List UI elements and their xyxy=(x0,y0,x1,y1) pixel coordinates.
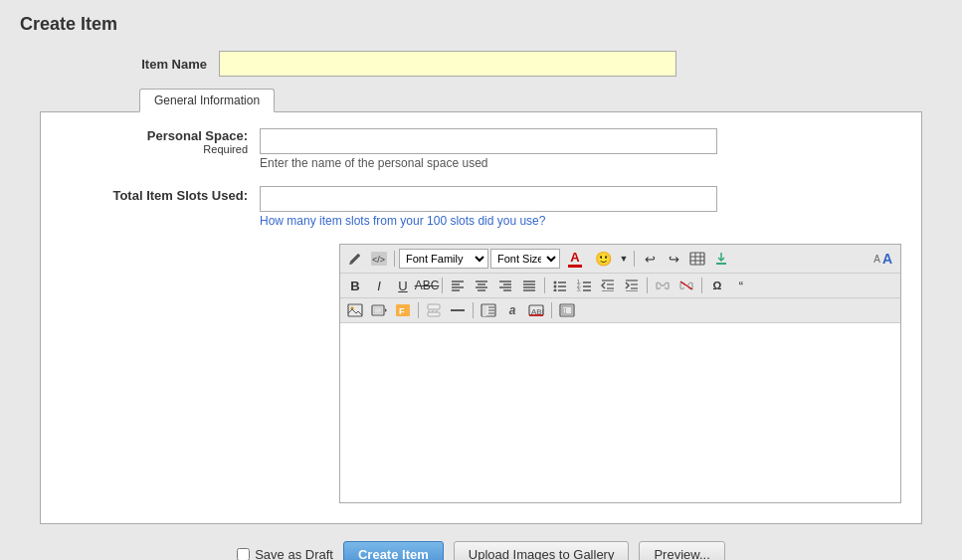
save-draft-text: Save as Draft xyxy=(255,547,333,560)
redo-btn[interactable]: ↪ xyxy=(663,249,684,269)
sep7 xyxy=(418,302,419,318)
bold-btn[interactable]: B xyxy=(344,276,366,295)
rte-source-btn[interactable]: </> xyxy=(368,249,390,269)
undo-btn[interactable]: ↩ xyxy=(639,249,661,269)
svg-rect-49 xyxy=(374,307,382,313)
iframe-btn[interactable]: [] xyxy=(556,300,578,320)
svg-rect-54 xyxy=(428,312,440,316)
personal-space-label-stack: Personal Space: Required xyxy=(61,128,260,155)
emoji-btn[interactable]: 🙂 xyxy=(590,249,616,269)
hr-btn[interactable] xyxy=(447,300,469,320)
total-slots-input[interactable] xyxy=(260,186,717,212)
align-center-btn[interactable] xyxy=(471,276,492,295)
save-content-btn[interactable] xyxy=(710,249,732,269)
link-btn[interactable] xyxy=(652,276,673,295)
upload-images-button[interactable]: Upload Images to Gallery xyxy=(454,541,630,560)
svg-rect-45 xyxy=(348,304,362,316)
item-name-input[interactable] xyxy=(219,51,676,77)
personal-space-input[interactable] xyxy=(260,128,717,154)
personal-space-label: Personal Space: xyxy=(147,128,248,143)
sep1 xyxy=(394,251,395,267)
total-slots-input-group: How many item slots from your 100 slots … xyxy=(260,186,717,228)
sep3 xyxy=(442,278,443,293)
sep5 xyxy=(647,278,648,293)
svg-text:3.: 3. xyxy=(577,286,581,291)
font-color-btn[interactable]: A xyxy=(562,248,588,270)
rte-edit-btn[interactable] xyxy=(344,249,366,269)
personal-space-required: Required xyxy=(203,143,248,155)
bullet-list-btn[interactable] xyxy=(549,276,571,295)
emoji-icon: 🙂 xyxy=(595,251,612,267)
abbreviation-btn[interactable]: ABC xyxy=(525,300,547,320)
font-color-bar xyxy=(568,265,582,268)
insert-media-btn[interactable] xyxy=(368,300,390,320)
page-break-btn[interactable] xyxy=(423,300,445,320)
rte-toolbar-row1: </> Font Family Arial Times New Roman Co… xyxy=(340,245,900,274)
rte-toolbar-row2: B I U ABC xyxy=(340,274,900,298)
redo-icon: ↪ xyxy=(669,252,679,267)
svg-text:[]: [] xyxy=(563,307,567,313)
svg-text:F: F xyxy=(399,306,405,316)
blockquote-btn[interactable]: “ xyxy=(730,276,752,295)
dropdown-arrow-icon: ▼ xyxy=(620,254,629,264)
item-name-row: Item Name xyxy=(20,51,942,77)
rte-content-area[interactable] xyxy=(340,323,900,502)
item-name-label: Item Name xyxy=(20,57,219,72)
table-btn[interactable] xyxy=(686,249,708,269)
special-chars-btn[interactable]: Ω xyxy=(706,276,728,295)
undo-icon: ↩ xyxy=(645,252,656,267)
underline-btn[interactable]: U xyxy=(392,276,414,295)
svg-text:</>: </> xyxy=(372,255,385,265)
svg-point-24 xyxy=(554,285,557,288)
page-title: Create Item xyxy=(20,10,942,35)
strikethrough-btn[interactable]: ABC xyxy=(416,276,438,295)
sep9 xyxy=(551,302,552,318)
rte-row: </> Font Family Arial Times New Roman Co… xyxy=(61,244,901,503)
sep4 xyxy=(544,278,545,293)
create-item-button[interactable]: Create Item xyxy=(343,541,444,560)
sep6 xyxy=(701,278,702,293)
font-size-small-indicator: A xyxy=(873,254,880,265)
rich-text-editor: </> Font Family Arial Times New Roman Co… xyxy=(339,244,901,503)
sep8 xyxy=(473,302,474,318)
italic-btn[interactable]: I xyxy=(368,276,390,295)
template-btn[interactable] xyxy=(478,300,499,320)
personal-space-row: Personal Space: Required Enter the name … xyxy=(61,128,901,170)
page-container: Create Item Item Name General Informatio… xyxy=(0,0,962,560)
svg-point-23 xyxy=(554,281,557,284)
tab-general-information[interactable]: General Information xyxy=(139,89,275,112)
svg-rect-57 xyxy=(482,305,486,316)
save-draft-label[interactable]: Save as Draft xyxy=(237,547,333,560)
svg-marker-48 xyxy=(385,308,387,312)
emoji-dropdown-btn[interactable]: ▼ xyxy=(618,249,630,269)
personal-space-input-group: Enter the name of the personal space use… xyxy=(260,128,717,170)
flash-btn[interactable]: F xyxy=(392,300,414,320)
personal-space-hint: Enter the name of the personal space use… xyxy=(260,156,717,170)
align-right-btn[interactable] xyxy=(494,276,516,295)
font-color-letter: A xyxy=(570,251,579,264)
font-family-select[interactable]: Font Family Arial Times New Roman Courie… xyxy=(399,249,488,269)
svg-point-25 xyxy=(554,289,557,292)
insert-image-btn[interactable] xyxy=(344,300,366,320)
outdent-btn[interactable] xyxy=(597,276,619,295)
font-size-select[interactable]: Font Size 8pt 10pt 12pt 14pt 18pt 24pt xyxy=(490,249,560,269)
anchor-btn[interactable]: a xyxy=(501,300,523,320)
rte-toolbar-row3: F a xyxy=(340,298,900,323)
tab-container: General Information xyxy=(139,89,942,112)
footer-row: Save as Draft Create Item Upload Images … xyxy=(20,541,942,560)
save-draft-checkbox[interactable] xyxy=(237,548,250,560)
preview-button[interactable]: Preview... xyxy=(639,541,724,560)
number-list-btn[interactable]: 1.2.3. xyxy=(573,276,595,295)
unlink-btn[interactable] xyxy=(675,276,697,295)
font-size-large-indicator: A xyxy=(882,251,892,267)
general-information-section: Personal Space: Required Enter the name … xyxy=(40,111,922,524)
align-left-btn[interactable] xyxy=(447,276,469,295)
align-justify-btn[interactable] xyxy=(518,276,540,295)
total-slots-row: Total Item Slots Used: How many item slo… xyxy=(61,186,901,228)
font-size-indicators: A A xyxy=(873,251,896,267)
total-slots-label: Total Item Slots Used: xyxy=(61,186,260,203)
total-slots-hint: How many item slots from your 100 slots … xyxy=(260,214,717,228)
svg-rect-2 xyxy=(690,253,704,265)
indent-btn[interactable] xyxy=(621,276,643,295)
svg-rect-52 xyxy=(428,304,440,309)
